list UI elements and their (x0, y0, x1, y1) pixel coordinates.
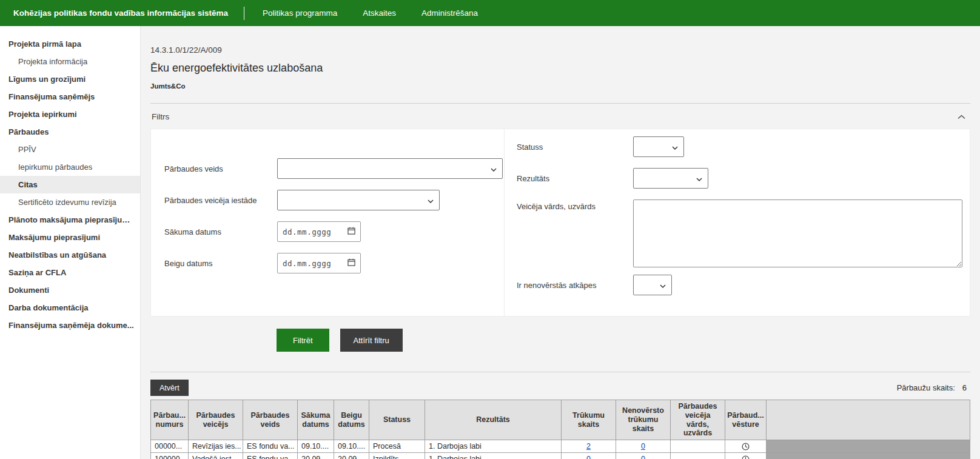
sidebar-item-maksajumu-pieprasijumi[interactable]: Maksājumu pieprasījumi (0, 229, 140, 246)
cell-veids: ES fondu va... (243, 453, 298, 459)
cell-statuss: Procesā (369, 440, 425, 453)
col-nenoversto-trukumu-skaits: Nenovērsto trūkumu skaits (616, 400, 671, 440)
nenoversto-skaits-link[interactable]: 0 (641, 455, 645, 459)
calendar-icon[interactable] (347, 258, 355, 269)
statuss-label: Statuss (517, 142, 633, 152)
parbaudes-veiceja-iestade-select[interactable] (277, 190, 440, 210)
topbar-menu: Politikas programma Atskaites Administrē… (263, 8, 478, 18)
chevron-down-icon (672, 141, 678, 152)
col-sakuma-datums: Sākuma datums (298, 400, 334, 440)
sidebar-item-finansejuma-sanemejs[interactable]: Finansējuma saņēmējs (0, 88, 140, 106)
sakuma-datums-input[interactable]: dd.mm.gggg (277, 221, 361, 242)
menu-item-politikas-programma[interactable]: Politikas programma (263, 8, 337, 18)
cell-rezultats: 1. Darbojas labi (425, 453, 562, 459)
history-clock-icon[interactable] (742, 442, 750, 451)
divider (150, 372, 970, 372)
cell-statuss: Izpildīts (369, 453, 425, 459)
menu-item-atskaites[interactable]: Atskaites (363, 8, 396, 18)
filter-actions: Filtrēt Attīrīt filtru (277, 329, 970, 352)
sidebar-item-ppiv[interactable]: PPĪV (0, 141, 140, 158)
nenoversto-skaits-link[interactable]: 0 (641, 442, 645, 451)
sidebar-item-iepirkumu-parbaudes[interactable]: Iepirkumu pārbaudes (0, 158, 140, 176)
sidebar-item-projekta-iepirkumi[interactable]: Projekta iepirkumi (0, 106, 140, 123)
sakuma-datums-placeholder: dd.mm.gggg (283, 227, 347, 236)
filter-button[interactable]: Filtrēt (277, 329, 329, 352)
col-parbaudes-vesture: Pārbaud... vēsture (725, 400, 767, 440)
ir-nenoverstas-atkapes-select[interactable] (633, 275, 672, 295)
sidebar-item-citas[interactable]: Citas (0, 176, 140, 193)
sidebar-item-neatbilstibas-un-atgusana[interactable]: Neatbilstības un atgūšana (0, 246, 140, 264)
cell-veiceja-vards (671, 453, 725, 459)
filter-panel: Pārbaudes veids Pārbaudes veicēja iestād… (150, 129, 970, 317)
project-beneficiary: Jumts&Co (150, 82, 970, 90)
sidebar-item-sertificeto-izdevumu-revizija[interactable]: Sertificēto izdevumu revīzija (0, 193, 140, 211)
trukumu-skaits-link[interactable]: 2 (586, 442, 591, 451)
cell-numurs: 00000... (151, 440, 189, 453)
ir-nenoverstas-atkapes-label: Ir nenovērstās atkāpes (517, 281, 633, 290)
col-parbaudes-veiceja-vards: Pārbaudes veicēja vārds, uzvārds (671, 400, 725, 440)
topbar: Kohēzijas politikas fondu vadības inform… (0, 0, 980, 26)
parbaudes-veids-label: Pārbaudes veids (164, 164, 277, 173)
col-parbaudes-numurs: Pārbau... numurs (151, 400, 189, 440)
cell-filler (767, 440, 970, 453)
menu-item-administresana[interactable]: Administrēšana (421, 8, 478, 18)
veiceja-vards-label: Veicēja vārds, uzvārds (517, 199, 633, 211)
filter-column-right: Statuss Rezultāts Veicēja vā (504, 129, 970, 316)
col-statuss: Statuss (369, 400, 425, 440)
project-title: Ēku energoefektivitātes uzlabošana (150, 62, 970, 75)
sidebar-item-planoto-maksajuma-pieprasijumi[interactable]: Plānoto maksājuma pieprasījum... (0, 211, 140, 229)
col-filler (767, 400, 970, 440)
beigu-datums-placeholder: dd.mm.gggg (283, 259, 347, 268)
filter-column-left: Pārbaudes veids Pārbaudes veicēja iestād… (151, 129, 504, 316)
project-number: 14.3.1.0/1/22/A/009 (150, 45, 970, 55)
sidebar-item-projekta-pirma-lapa[interactable]: Projekta pirmā lapa (0, 35, 140, 53)
beigu-datums-label: Beigu datums (164, 259, 277, 268)
col-trukumu-skaits: Trūkumu skaits (562, 400, 616, 440)
sidebar-item-sazina-ar-cfla[interactable]: Saziņa ar CFLA (0, 264, 140, 281)
cell-filler (767, 453, 970, 459)
parbaudes-veiceja-iestade-label: Pārbaudes veicēja iestāde (164, 196, 277, 205)
cell-numurs: 100000 (151, 453, 189, 459)
chevron-down-icon (696, 173, 702, 184)
clear-filter-button[interactable]: Attīrīt filtru (340, 329, 403, 352)
cell-beigu-datums: 09.10.... (334, 440, 369, 453)
filter-section-header: Filtrs (150, 104, 970, 129)
col-parbaudes-veicejs: Pārbaudes veicējs (189, 400, 243, 440)
sidebar-item-darba-dokumentacija[interactable]: Darba dokumentācija (0, 299, 140, 317)
sidebar-item-dokumenti[interactable]: Dokumenti (0, 281, 140, 299)
open-button[interactable]: Atvērt (150, 380, 189, 396)
cell-veicejs: Revīzijas ies... (189, 440, 243, 453)
sidebar-item-ligums-un-grozijumi[interactable]: Līgums un grozījumi (0, 70, 140, 88)
results-table: Pārbau... numurs Pārbaudes veicējs Pārba… (150, 400, 970, 459)
parbaudes-veids-select[interactable] (277, 158, 503, 179)
cell-sakuma-datums: 20.09.... (298, 453, 334, 459)
cell-veicejs: Vadošā iest... (189, 453, 243, 459)
cell-rezultats: 1. Darbojas labi (425, 440, 562, 453)
trukumu-skaits-link[interactable]: 0 (586, 455, 591, 459)
sidebar-item-parbaudes[interactable]: Pārbaudes (0, 123, 140, 141)
sidebar-item-finansejuma-sanemeja-dokumenti[interactable]: Finansējuma saņēmēja dokume... (0, 317, 140, 334)
table-header-row: Pārbau... numurs Pārbaudes veicējs Pārba… (151, 400, 970, 440)
sidebar-item-projekta-informacija[interactable]: Projekta informācija (0, 53, 140, 70)
history-clock-icon[interactable] (742, 455, 750, 459)
col-parbaudes-veids: Pārbaudes veids (243, 400, 298, 440)
collapse-chevron-icon[interactable] (958, 115, 965, 119)
cell-veids: ES fondu va... (243, 440, 298, 453)
beigu-datums-input[interactable]: dd.mm.gggg (277, 253, 361, 273)
table-row[interactable]: 00000... Revīzijas ies... ES fondu va...… (151, 440, 970, 453)
results-count-value: 6 (962, 383, 967, 392)
results-toolbar: Atvērt Pārbaužu skaits: 6 (150, 380, 970, 396)
project-header: 14.3.1.0/1/22/A/009 Ēku energoefektivitā… (150, 26, 970, 90)
rezultats-select[interactable] (633, 168, 708, 189)
filter-section-title: Filtrs (152, 112, 169, 121)
app-title: Kohēzijas politikas fondu vadības inform… (13, 8, 228, 18)
cell-veiceja-vards (671, 440, 725, 453)
veiceja-vards-textarea[interactable] (633, 199, 962, 267)
sakuma-datums-label: Sākuma datums (164, 227, 277, 236)
rezultats-label: Rezultāts (517, 174, 633, 183)
topbar-separator (244, 7, 244, 20)
calendar-icon[interactable] (347, 226, 355, 237)
main-content: 14.3.1.0/1/22/A/009 Ēku energoefektivitā… (141, 26, 980, 459)
table-row[interactable]: 100000 Vadošā iest... ES fondu va... 20.… (151, 453, 970, 459)
statuss-select[interactable] (633, 136, 684, 157)
